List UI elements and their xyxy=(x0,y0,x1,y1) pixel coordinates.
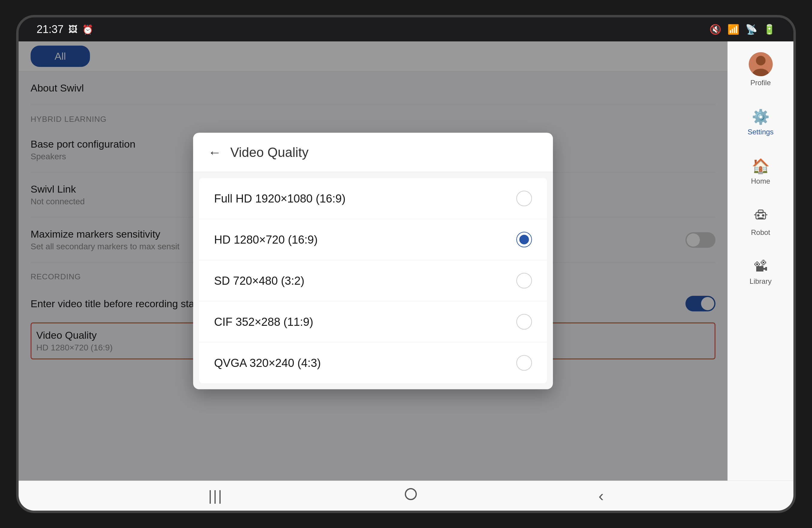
option-fullhd-radio[interactable] xyxy=(516,191,532,206)
nav-back-button[interactable]: ‹ xyxy=(598,487,604,505)
sidebar-item-robot[interactable]: Robot xyxy=(728,202,794,242)
settings-background: All About Swivl HYBRID LEARNING Base por… xyxy=(18,41,727,481)
home-icon: 🏠 xyxy=(752,158,770,175)
wifi-icon: 📶 xyxy=(727,24,739,35)
mute-icon: 🔇 xyxy=(709,24,722,35)
option-cif-label: CIF 352×288 (11:9) xyxy=(214,315,313,328)
robot-icon xyxy=(753,207,769,226)
option-fullhd-label: Full HD 1920×1080 (16:9) xyxy=(214,192,345,205)
profile-avatar xyxy=(749,52,773,76)
sidebar-item-profile[interactable]: Profile xyxy=(728,47,794,92)
svg-point-6 xyxy=(757,214,759,217)
option-sd[interactable]: SD 720×480 (3:2) xyxy=(199,260,547,301)
svg-rect-8 xyxy=(758,217,764,219)
option-hd[interactable]: HD 1280×720 (16:9) xyxy=(199,219,547,260)
dialog-body: Full HD 1920×1080 (16:9) HD 1280×720 (16… xyxy=(199,178,547,383)
svg-point-7 xyxy=(762,214,764,217)
option-cif-radio[interactable] xyxy=(516,314,532,330)
right-sidebar: Profile ⚙️ Settings 🏠 Home xyxy=(727,41,794,481)
status-time: 21:37 🖼 ⏰ xyxy=(37,23,93,36)
sidebar-item-settings[interactable]: ⚙️ Settings xyxy=(728,104,794,141)
library-icon: 📽 xyxy=(754,258,768,275)
sidebar-library-label: Library xyxy=(750,277,771,286)
dialog-title: Video Quality xyxy=(230,145,308,160)
option-hd-label: HD 1280×720 (16:9) xyxy=(214,233,318,246)
status-bar: 21:37 🖼 ⏰ 🔇 📶 📡 🔋 xyxy=(18,17,794,41)
option-qvga-radio[interactable] xyxy=(516,355,532,371)
nav-home-button[interactable] xyxy=(403,486,419,505)
gallery-icon: 🖼 xyxy=(68,24,77,34)
sidebar-robot-label: Robot xyxy=(751,228,770,237)
option-sd-radio[interactable] xyxy=(516,273,532,289)
option-fullhd[interactable]: Full HD 1920×1080 (16:9) xyxy=(199,178,547,219)
option-cif[interactable]: CIF 352×288 (11:9) xyxy=(199,301,547,343)
alarm-icon: ⏰ xyxy=(82,24,93,35)
svg-point-1 xyxy=(756,56,766,66)
option-sd-label: SD 720×480 (3:2) xyxy=(214,274,304,287)
option-qvga[interactable]: QVGA 320×240 (4:3) xyxy=(199,343,547,383)
gear-icon: ⚙️ xyxy=(752,109,770,125)
dialog-back-button[interactable]: ← xyxy=(208,145,221,160)
signal-icon: 📡 xyxy=(745,24,757,35)
sidebar-settings-label: Settings xyxy=(748,128,774,136)
dialog-header: ← Video Quality xyxy=(193,133,553,172)
sidebar-home-label: Home xyxy=(751,177,770,185)
sidebar-item-home[interactable]: 🏠 Home xyxy=(728,153,794,190)
sidebar-profile-label: Profile xyxy=(750,79,771,87)
main-content: All About Swivl HYBRID LEARNING Base por… xyxy=(18,41,794,481)
time-display: 21:37 xyxy=(37,23,63,36)
nav-bar: ||| ‹ xyxy=(18,481,794,511)
svg-rect-11 xyxy=(405,489,416,499)
status-icons: 🔇 📶 📡 🔋 xyxy=(709,24,775,35)
device-frame: 21:37 🖼 ⏰ 🔇 📶 📡 🔋 All About Swivl xyxy=(16,15,796,513)
nav-recent-button[interactable]: ||| xyxy=(208,487,223,504)
battery-icon: 🔋 xyxy=(764,24,775,35)
option-qvga-label: QVGA 320×240 (4:3) xyxy=(214,356,321,369)
sidebar-item-library[interactable]: 📽 Library xyxy=(728,254,794,290)
option-hd-radio[interactable] xyxy=(516,232,532,247)
video-quality-dialog: ← Video Quality Full HD 1920×1080 (16:9)… xyxy=(193,133,553,389)
